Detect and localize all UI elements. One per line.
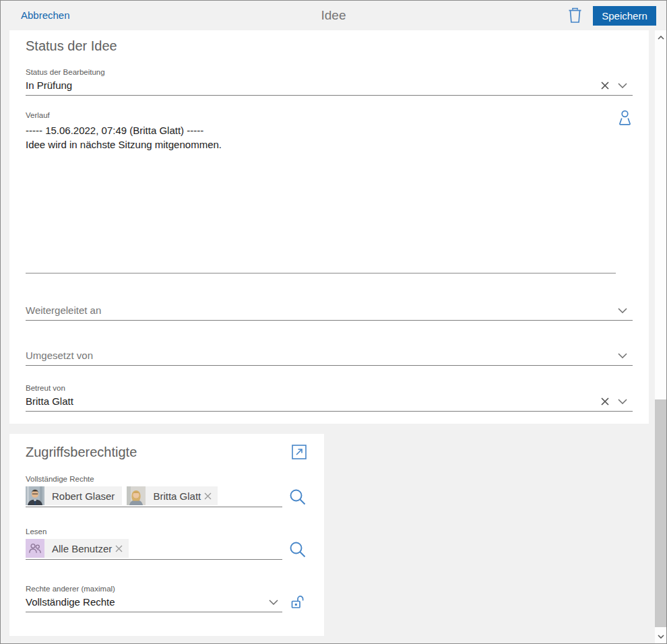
betreut-input[interactable]: Britta Glatt <box>26 395 633 412</box>
chevron-down-icon[interactable] <box>269 600 282 605</box>
chevron-down-icon[interactable] <box>618 399 627 404</box>
chevron-down-icon[interactable] <box>618 353 627 358</box>
verlauf-field-label: Verlauf <box>26 111 616 120</box>
chip-britta-glatt[interactable]: Britta Glatt <box>127 486 218 505</box>
weitergeleitet-placeholder: Weitergeleitet an <box>26 304 618 317</box>
access-section-heading: Zugriffsberechtigte <box>26 443 137 461</box>
scroll-up-icon[interactable] <box>655 32 666 43</box>
umgesetzt-input[interactable]: Umgesetzt von <box>26 349 633 366</box>
topbar: Abbrechen Idee Speichern <box>1 1 666 30</box>
max-rights-field: Rechte anderer (maximal) Vollständige Re… <box>26 585 307 612</box>
remove-chip-icon[interactable] <box>204 492 218 500</box>
chip-alle-benutzer[interactable]: Alle Benutzer <box>26 539 129 558</box>
verlauf-field: Verlauf ----- 15.06.2022, 07:49 (Britta … <box>26 111 616 273</box>
max-rights-select[interactable]: Vollständige Rechte <box>26 595 282 612</box>
verlauf-entry-header: ----- 15.06.2022, 07:49 (Britta Glatt) -… <box>26 123 616 137</box>
read-rights-field: Lesen Alle Benutzer <box>26 527 307 560</box>
status-field-input[interactable]: In Prüfung <box>26 79 633 96</box>
status-section-heading: Status der Idee <box>26 37 633 55</box>
weitergeleitet-input[interactable]: Weitergeleitet an <box>26 304 633 321</box>
betreut-field-value[interactable]: Britta Glatt <box>26 395 601 408</box>
status-field: Status der Bearbeitung In Prüfung <box>26 68 633 96</box>
clear-icon[interactable] <box>601 397 609 406</box>
trash-icon[interactable] <box>567 7 583 24</box>
full-rights-field: Vollständige Rechte <box>26 475 307 507</box>
chip-name: Britta Glatt <box>146 490 204 502</box>
page-title: Idee <box>1 8 666 23</box>
access-card: Zugriffsberechtigte Vollständige Rechte <box>9 434 324 636</box>
read-rights-input[interactable]: Alle Benutzer <box>26 539 282 560</box>
avatar <box>127 486 146 505</box>
read-rights-label: Lesen <box>26 527 307 536</box>
scrollbar-thumb[interactable] <box>655 399 666 627</box>
clear-icon[interactable] <box>601 82 609 90</box>
betreut-field: Betreut von Britta Glatt <box>26 384 633 412</box>
full-rights-input[interactable]: Robert Glaser Britta Glatt <box>26 486 282 507</box>
chevron-down-icon[interactable] <box>618 308 627 313</box>
chip-name: Robert Glaser <box>44 490 122 502</box>
group-icon <box>26 539 44 558</box>
umgesetzt-placeholder: Umgesetzt von <box>26 349 618 362</box>
cancel-button[interactable]: Abbrechen <box>21 9 70 21</box>
betreut-field-label: Betreut von <box>26 384 633 393</box>
save-button[interactable]: Speichern <box>593 6 656 26</box>
full-rights-label: Vollständige Rechte <box>26 475 307 484</box>
search-icon[interactable] <box>288 488 307 506</box>
verlauf-entry-text: Idee wird in nächste Sitzung mitgenommen… <box>26 137 616 152</box>
max-rights-value: Vollständige Rechte <box>26 595 115 609</box>
scroll-down-icon[interactable] <box>655 631 666 642</box>
verlauf-textarea[interactable]: ----- 15.06.2022, 07:49 (Britta Glatt) -… <box>26 123 616 152</box>
umgesetzt-field: Umgesetzt von <box>26 349 633 366</box>
chevron-down-icon[interactable] <box>618 83 627 88</box>
weitergeleitet-field: Weitergeleitet an <box>26 304 633 321</box>
insert-user-icon[interactable] <box>617 109 633 126</box>
vertical-scrollbar[interactable] <box>655 30 666 643</box>
status-field-label: Status der Bearbeitung <box>26 68 633 77</box>
chip-robert-glaser[interactable]: Robert Glaser <box>26 486 122 505</box>
remove-chip-icon[interactable] <box>115 545 129 552</box>
max-rights-label: Rechte anderer (maximal) <box>26 585 307 593</box>
status-card: Status der Idee Status der Bearbeitung I… <box>9 30 649 424</box>
unlock-icon[interactable] <box>288 595 307 610</box>
search-icon[interactable] <box>288 540 307 558</box>
external-link-icon[interactable] <box>292 445 307 459</box>
app-window: Abbrechen Idee Speichern Status der Idee… <box>0 0 667 644</box>
avatar <box>26 486 44 505</box>
status-field-value[interactable]: In Prüfung <box>26 79 601 92</box>
chip-name: Alle Benutzer <box>44 543 115 554</box>
